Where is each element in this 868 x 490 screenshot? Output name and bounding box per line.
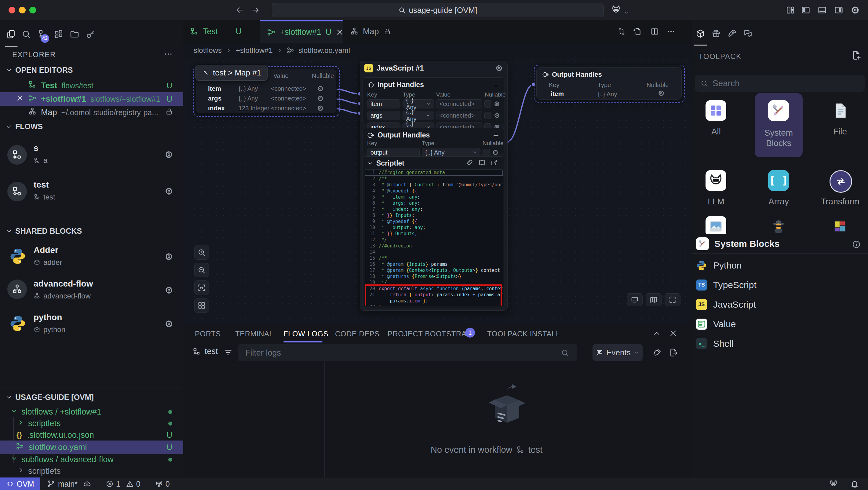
split-editor-icon[interactable] xyxy=(650,27,659,38)
block-item-shell[interactable]: >_ Shell xyxy=(691,335,868,352)
chat-icon[interactable] xyxy=(743,29,753,41)
handle-settings-gear-icon[interactable] xyxy=(494,112,500,119)
handle-type-select[interactable]: {..} Any xyxy=(403,111,434,120)
customize-layout-icon[interactable] xyxy=(785,5,795,17)
tab-code-deps[interactable]: CODE DEPS xyxy=(335,330,380,338)
tree-item-slotflow-yaml[interactable]: slotflow.oo.yaml U xyxy=(0,440,183,454)
category-array-icon[interactable]: [ ] xyxy=(768,170,789,191)
category-system-blocks-label[interactable]: System Blocks xyxy=(755,128,803,149)
open-editors-header[interactable]: OPEN EDITORS xyxy=(0,66,189,74)
info-icon[interactable] xyxy=(852,240,861,251)
breadcrumb-file[interactable]: slotflow.oo.yaml xyxy=(299,46,350,55)
auto-layout-button[interactable] xyxy=(194,298,209,313)
block-item-python[interactable]: Python xyxy=(691,257,868,274)
breadcrumb-slotflows[interactable]: slotflows xyxy=(194,46,222,55)
jump-back-arrow-icon[interactable] xyxy=(202,69,209,76)
handle-settings-gear-icon[interactable] xyxy=(657,90,665,97)
explorer-more-icon[interactable] xyxy=(164,50,173,61)
open-editor-item-map[interactable]: Map ~/.oomol-studio/registry-pa... xyxy=(0,106,183,119)
category-array-label[interactable]: Array xyxy=(755,196,803,207)
store-gift-icon[interactable] xyxy=(711,29,721,41)
category-llm-label[interactable]: LLM xyxy=(692,196,740,207)
git-branch-indicator[interactable]: main* xyxy=(47,480,91,488)
breadcrumb-slotflow1[interactable]: +slotflow#1 xyxy=(236,46,273,55)
handle-key-field[interactable]: args xyxy=(367,111,400,120)
console-view-button[interactable] xyxy=(627,293,643,306)
handle-key-field[interactable]: output xyxy=(367,148,420,157)
block-item-value[interactable]: Value xyxy=(691,315,868,333)
block-settings-gear-icon[interactable] xyxy=(164,252,174,263)
close-panel-icon[interactable] xyxy=(669,329,677,340)
category-transform-label[interactable]: Transform xyxy=(816,196,864,207)
logs-list-area[interactable]: No event in workflow test xyxy=(183,362,691,478)
close-tab-icon[interactable] xyxy=(336,28,344,36)
category-spy-icon[interactable] xyxy=(768,216,789,237)
sync-cloud-icon[interactable] xyxy=(83,480,91,488)
tree-item-scriptlets-2[interactable]: scriptlets xyxy=(0,464,183,478)
tree-item-slotflow-ui-json[interactable]: {} .slotflow.ui.oo.json U xyxy=(0,428,183,442)
handle-settings-gear-icon[interactable] xyxy=(317,85,324,92)
nav-back-icon[interactable] xyxy=(235,5,244,17)
handle-type-select[interactable]: {..} Any xyxy=(422,148,480,157)
shared-block-advanced-flow[interactable]: advanced-flow advanced-flow xyxy=(0,276,183,307)
tab-test[interactable]: Test U xyxy=(183,20,260,43)
activitybar-files-icon[interactable] xyxy=(6,29,16,41)
maximize-window-button[interactable] xyxy=(29,7,36,13)
output-node[interactable]: Output Handles Key Type Nullable item {.… xyxy=(536,67,682,100)
flow-item-test[interactable]: test test xyxy=(0,176,183,209)
handle-settings-gear-icon[interactable] xyxy=(317,104,324,112)
shared-block-adder[interactable]: Adder adder xyxy=(0,243,183,273)
new-toolpack-file-icon[interactable] xyxy=(851,50,862,63)
usage-guide-header[interactable]: USAGE-GUIDE [OVM] xyxy=(0,393,189,402)
category-llm-icon[interactable] xyxy=(706,170,726,191)
activitybar-blocks-icon[interactable] xyxy=(54,29,64,41)
flow-settings-gear-icon[interactable] xyxy=(164,187,174,198)
open-editor-item-test[interactable]: Test flows/test U xyxy=(0,79,183,92)
log-flow-selector[interactable]: test xyxy=(192,347,218,356)
tab-terminal[interactable]: TERMINAL xyxy=(235,330,273,338)
nullable-checkbox[interactable] xyxy=(485,100,491,108)
flow-item-s[interactable]: s a xyxy=(0,139,183,173)
maximize-panel-chevron-icon[interactable] xyxy=(652,329,661,340)
toggle-left-panel-icon[interactable] xyxy=(801,5,811,17)
activitybar-secrets-icon[interactable] xyxy=(86,29,95,41)
events-filter-select[interactable]: Events xyxy=(592,344,643,361)
compare-changes-icon[interactable] xyxy=(617,27,626,38)
category-image-icon[interactable] xyxy=(706,216,726,237)
category-system-blocks-icon[interactable] xyxy=(768,100,789,121)
open-external-icon[interactable] xyxy=(491,159,498,168)
chevron-down-icon[interactable] xyxy=(367,160,373,166)
docs-book-icon[interactable] xyxy=(478,159,486,168)
handle-settings-gear-icon[interactable] xyxy=(317,95,324,102)
mascot-assistant-icon[interactable] xyxy=(829,479,838,488)
mascot-menu-icon[interactable] xyxy=(611,5,621,17)
attach-paperclip-icon[interactable] xyxy=(466,159,473,168)
toolpack-search[interactable]: Search xyxy=(695,75,865,92)
block-item-javascript[interactable]: JS JavaScript xyxy=(691,296,868,313)
clear-logs-broom-icon[interactable] xyxy=(652,348,661,359)
close-icon[interactable] xyxy=(16,94,24,104)
nullable-checkbox[interactable] xyxy=(485,112,491,119)
category-comic-icon[interactable] xyxy=(830,216,850,237)
handle-type-select[interactable]: {..} Any xyxy=(403,99,434,109)
category-file-icon[interactable] xyxy=(830,100,850,121)
zoom-in-button[interactable] xyxy=(194,245,209,260)
shared-blocks-header[interactable]: SHARED BLOCKS xyxy=(0,227,189,236)
remote-ovm-indicator[interactable]: OVM xyxy=(0,478,40,490)
tab-toolpack-install[interactable]: TOOLPACK INSTALL xyxy=(487,330,560,338)
tab-map[interactable]: Map xyxy=(343,20,415,43)
add-handle-plus-icon[interactable] xyxy=(492,81,500,89)
handle-settings-gear-icon[interactable] xyxy=(494,100,500,107)
more-actions-icon[interactable] xyxy=(666,27,676,38)
activitybar-folder-icon[interactable] xyxy=(70,29,80,41)
export-logs-icon[interactable] xyxy=(669,348,678,359)
minimap-button[interactable] xyxy=(646,293,661,306)
tab-project-bootstrap[interactable]: PROJECT BOOTSTRAP xyxy=(388,330,471,338)
fit-view-button[interactable] xyxy=(194,280,209,295)
rocket-icon[interactable] xyxy=(727,29,737,41)
add-handle-plus-icon[interactable] xyxy=(492,132,500,139)
open-editor-item-slotflow[interactable]: +slotflow#1 slotflows/+slotflow#1 U xyxy=(0,92,183,106)
javascript-node[interactable]: JS JavaScript #1 Input Handles Key Type … xyxy=(360,61,507,311)
tab-flow-logs[interactable]: FLOW LOGS xyxy=(283,330,328,338)
command-center-search[interactable]: usage-guide [OVM] xyxy=(272,3,604,17)
